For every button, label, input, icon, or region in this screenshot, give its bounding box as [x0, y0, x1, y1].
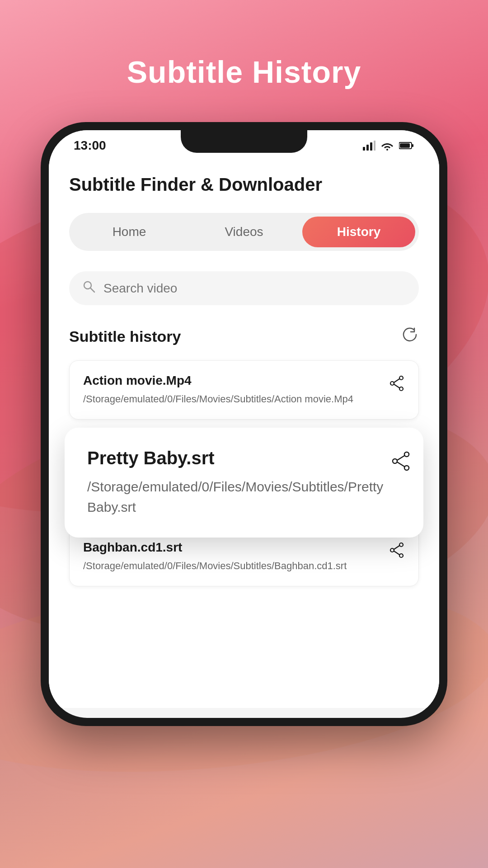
- battery-icon: [399, 142, 414, 150]
- phone-frame: 13:00: [41, 122, 447, 726]
- wifi-icon: [381, 141, 394, 151]
- subtitle-card-expanded[interactable]: Pretty Baby.srt /Storage/emulated/0/File…: [65, 428, 423, 538]
- subtitle-card-1[interactable]: Action movie.Mp4 /Storage/emulated/0/Fil…: [69, 360, 419, 420]
- svg-point-20: [399, 554, 403, 557]
- section-header: Subtitle history: [69, 326, 419, 348]
- status-time: 13:00: [74, 138, 106, 153]
- share-icon-1[interactable]: [389, 375, 405, 395]
- status-icons: [363, 141, 414, 151]
- card-path-3: /Storage/emulated/0/Files/Movies/Subtitl…: [83, 559, 381, 573]
- card-filename-1: Action movie.Mp4: [83, 373, 381, 388]
- phone-container: 13:00: [41, 122, 447, 726]
- card-info-3: Baghban.cd1.srt /Storage/emulated/0/File…: [83, 540, 381, 573]
- svg-line-23: [394, 551, 399, 555]
- card-info-expanded: Pretty Baby.srt /Storage/emulated/0/File…: [87, 448, 383, 517]
- signal-icon: [363, 141, 375, 151]
- share-icon-expanded[interactable]: [390, 451, 411, 476]
- app-content: Subtitle Finder & Downloader Home Videos…: [49, 156, 439, 708]
- svg-rect-3: [374, 141, 375, 151]
- card-filename-expanded: Pretty Baby.srt: [87, 448, 383, 468]
- svg-point-11: [390, 382, 394, 385]
- tab-videos[interactable]: Videos: [188, 217, 300, 247]
- refresh-icon[interactable]: [401, 326, 419, 348]
- svg-rect-6: [400, 143, 410, 148]
- svg-point-16: [393, 459, 397, 463]
- svg-line-12: [394, 379, 399, 382]
- section-title: Subtitle history: [69, 328, 181, 345]
- svg-point-21: [390, 548, 394, 552]
- svg-line-22: [394, 546, 399, 549]
- app-title: Subtitle Finder & Downloader: [69, 175, 419, 195]
- svg-rect-1: [366, 145, 369, 151]
- svg-rect-5: [412, 144, 413, 147]
- svg-rect-0: [363, 147, 365, 151]
- share-icon-3[interactable]: [389, 542, 405, 561]
- svg-line-17: [397, 456, 404, 460]
- svg-point-19: [399, 543, 403, 547]
- tab-history[interactable]: History: [302, 217, 415, 247]
- card-filename-3: Baghban.cd1.srt: [83, 540, 381, 555]
- tab-home[interactable]: Home: [73, 217, 186, 247]
- svg-point-10: [399, 387, 403, 391]
- notch: [181, 130, 307, 153]
- card-info-1: Action movie.Mp4 /Storage/emulated/0/Fil…: [83, 373, 381, 406]
- svg-point-14: [404, 452, 409, 457]
- card-path-1: /Storage/emulated/0/Files/Movies/Subtitl…: [83, 392, 381, 406]
- nav-tabs: Home Videos History: [69, 213, 419, 251]
- search-icon: [82, 279, 96, 297]
- svg-point-15: [404, 466, 409, 470]
- svg-point-9: [399, 376, 403, 380]
- svg-line-13: [394, 384, 399, 388]
- card-path-expanded: /Storage/emulated/0/Files/Movies/Subtitl…: [87, 476, 383, 517]
- page-title: Subtitle History: [0, 54, 488, 90]
- cards-wrapper: Action movie.Mp4 /Storage/emulated/0/Fil…: [69, 360, 419, 586]
- search-bar: [69, 271, 419, 305]
- svg-line-18: [397, 462, 404, 467]
- search-input[interactable]: [103, 281, 406, 296]
- svg-rect-2: [370, 142, 372, 151]
- phone-screen: 13:00: [49, 130, 439, 718]
- svg-line-8: [90, 288, 94, 292]
